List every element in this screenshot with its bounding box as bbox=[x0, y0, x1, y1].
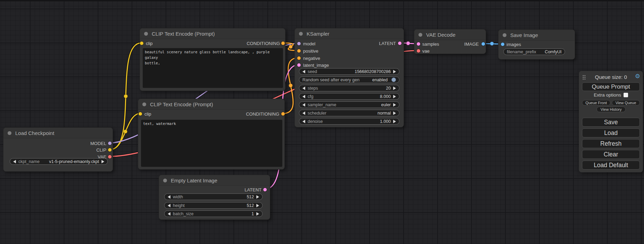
node-title: CLIP Text Encode (Prompt) bbox=[152, 31, 215, 37]
refresh-button[interactable]: Refresh bbox=[582, 139, 640, 148]
node-title: VAE Decode bbox=[426, 32, 456, 38]
output-slot-image[interactable] bbox=[482, 42, 485, 46]
next-arrow-icon[interactable] bbox=[393, 120, 396, 123]
node-title-bar[interactable]: Load Checkpoint bbox=[3, 128, 113, 138]
output-label-image: IMAGE bbox=[464, 42, 479, 47]
prev-arrow-icon[interactable] bbox=[302, 70, 305, 73]
input-slot-vae[interactable] bbox=[417, 49, 420, 53]
widget-value: 512 bbox=[247, 203, 254, 208]
next-arrow-icon[interactable] bbox=[393, 87, 396, 90]
view-queue-button[interactable]: View Queue bbox=[612, 100, 640, 106]
next-arrow-icon[interactable] bbox=[102, 160, 104, 163]
collapse-dot[interactable] bbox=[144, 32, 148, 36]
input-slot-latent-image[interactable] bbox=[297, 63, 301, 67]
widget-denoise[interactable]: denoise 1.000 bbox=[299, 118, 399, 125]
input-slot-positive[interactable] bbox=[297, 49, 301, 53]
node-graph-canvas[interactable]: Load Checkpoint MODEL CLIP VAE ckpt_name… bbox=[0, 0, 644, 244]
load-default-button[interactable]: Load Default bbox=[582, 161, 640, 170]
prev-arrow-icon[interactable] bbox=[302, 103, 305, 107]
node-title-bar[interactable]: Empty Latent Image bbox=[159, 175, 270, 186]
widget-seed[interactable]: seed 156680208700286 bbox=[299, 68, 399, 75]
prev-arrow-icon[interactable] bbox=[302, 87, 305, 90]
collapse-dot[interactable] bbox=[8, 131, 11, 135]
load-button[interactable]: Load bbox=[582, 128, 640, 137]
prev-arrow-icon[interactable] bbox=[168, 195, 170, 199]
output-slot-vae[interactable] bbox=[108, 155, 112, 159]
prompt-textarea[interactable]: text, watermark bbox=[141, 120, 282, 167]
input-slot-negative[interactable] bbox=[297, 56, 301, 60]
node-title-bar[interactable]: Save Image bbox=[499, 30, 575, 40]
node-title-bar[interactable]: VAE Decode bbox=[414, 29, 486, 40]
gear-icon[interactable] bbox=[635, 73, 640, 80]
collapse-dot[interactable] bbox=[142, 102, 146, 106]
collapse-dot[interactable] bbox=[299, 32, 303, 36]
widget-filename-prefix[interactable]: filename_prefix ComfyUI bbox=[503, 48, 565, 55]
node-title-bar[interactable]: CLIP Text Encode (Prompt) bbox=[140, 28, 285, 39]
next-arrow-icon[interactable] bbox=[256, 195, 259, 199]
toggle-knob-icon[interactable] bbox=[391, 78, 396, 82]
node-ksampler: KSampler model positive negative latent_… bbox=[294, 28, 404, 127]
output-slot-conditioning[interactable] bbox=[281, 112, 285, 116]
node-title-bar[interactable]: CLIP Text Encode (Prompt) bbox=[138, 99, 284, 110]
extra-options-checkbox[interactable] bbox=[624, 93, 628, 97]
prev-arrow-icon[interactable] bbox=[302, 111, 305, 115]
prev-arrow-icon[interactable] bbox=[302, 95, 305, 98]
input-slot-clip[interactable] bbox=[140, 42, 143, 45]
next-arrow-icon[interactable] bbox=[256, 204, 259, 207]
node-title-bar[interactable]: KSampler bbox=[295, 28, 404, 39]
save-button[interactable]: Save bbox=[582, 118, 640, 127]
widget-label: steps bbox=[308, 86, 318, 91]
widget-scheduler[interactable]: scheduler normal bbox=[299, 110, 399, 116]
prev-arrow-icon[interactable] bbox=[168, 212, 170, 216]
prompt-textarea[interactable]: beautiful scenery nature glass bottle la… bbox=[143, 48, 283, 88]
next-arrow-icon[interactable] bbox=[393, 70, 396, 73]
prev-arrow-icon[interactable] bbox=[168, 204, 170, 207]
output-slot-model[interactable] bbox=[108, 142, 112, 145]
prev-arrow-icon[interactable] bbox=[13, 160, 16, 163]
next-arrow-icon[interactable] bbox=[393, 111, 396, 115]
collapse-dot[interactable] bbox=[503, 33, 506, 37]
output-slot-clip[interactable] bbox=[108, 148, 112, 152]
widget-label: width bbox=[173, 195, 183, 199]
widget-width[interactable]: width 512 bbox=[164, 193, 263, 200]
widget-label: batch_size bbox=[173, 211, 194, 216]
link-dot bbox=[406, 42, 410, 45]
next-arrow-icon[interactable] bbox=[256, 212, 259, 216]
widget-steps[interactable]: steps 20 bbox=[299, 85, 399, 91]
widget-value: 156680208700286 bbox=[355, 69, 391, 74]
clear-button[interactable]: Clear bbox=[582, 150, 640, 159]
node-empty-latent-image: Empty Latent Image LATENT width 512 heig… bbox=[159, 175, 270, 220]
input-slot-model[interactable] bbox=[297, 42, 301, 45]
extra-options-label: Extra options bbox=[594, 92, 621, 98]
next-arrow-icon[interactable] bbox=[393, 95, 396, 98]
widget-value: ComfyUI bbox=[545, 49, 562, 54]
extra-options-row: Extra options bbox=[579, 92, 643, 98]
widget-value: 20 bbox=[386, 86, 391, 91]
output-label-model: MODEL bbox=[90, 141, 106, 146]
next-arrow-icon[interactable] bbox=[393, 103, 396, 107]
widget-ckpt-name[interactable]: ckpt_name v1-5-pruned-emaonly.ckpt bbox=[10, 158, 108, 165]
collapse-dot[interactable] bbox=[418, 33, 422, 37]
output-slot-latent[interactable] bbox=[263, 188, 267, 191]
output-slot-latent[interactable] bbox=[398, 42, 402, 45]
widget-random-seed-toggle[interactable]: Random seed after every gen enabled bbox=[299, 76, 399, 83]
widget-sampler-name[interactable]: sampler_name euler bbox=[299, 101, 399, 108]
collapse-dot[interactable] bbox=[163, 179, 167, 182]
output-label-conditioning: CONDITIONING bbox=[247, 41, 280, 46]
queue-prompt-button[interactable]: Queue Prompt bbox=[582, 82, 640, 91]
input-slot-clip[interactable] bbox=[139, 112, 142, 116]
widget-cfg[interactable]: cfg 8.000 bbox=[299, 93, 399, 100]
node-title: Save Image bbox=[510, 32, 538, 38]
queue-size-label: Queue size: 0 bbox=[579, 74, 643, 80]
input-slot-images[interactable] bbox=[501, 43, 504, 46]
widget-batch-size[interactable]: batch_size 1 bbox=[164, 210, 263, 217]
input-slot-samples[interactable] bbox=[417, 42, 420, 46]
widget-value: normal bbox=[378, 111, 391, 116]
queue-menu-panel: Queue size: 0 Queue Prompt Extra options… bbox=[579, 71, 643, 172]
output-slot-conditioning[interactable] bbox=[281, 42, 285, 45]
queue-front-button[interactable]: Queue Front bbox=[582, 100, 610, 106]
prev-arrow-icon[interactable] bbox=[302, 120, 305, 123]
view-history-button[interactable]: View History bbox=[597, 107, 626, 112]
widget-height[interactable]: height 512 bbox=[164, 202, 263, 209]
node-save-image: Save Image images filename_prefix ComfyU… bbox=[498, 29, 575, 60]
